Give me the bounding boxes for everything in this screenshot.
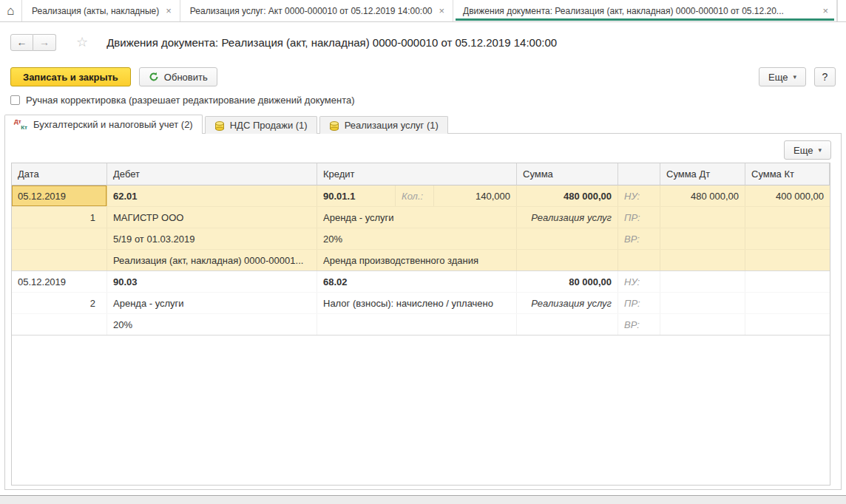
cell-tax-tag: ВР: (618, 228, 660, 249)
chevron-down-icon: ▾ (793, 73, 796, 81)
table-header-row: Дата Дебет Кредит Сумма Сумма Дт Сумма К… (12, 163, 830, 185)
cell-debit-analytics[interactable]: 20% (107, 314, 317, 335)
cell-sum-dt[interactable] (660, 250, 745, 270)
cell-sum-kt[interactable] (745, 314, 830, 335)
close-icon[interactable]: × (439, 5, 445, 16)
tab-overflow-button[interactable] (837, 0, 846, 21)
table-more-label: Еще (793, 145, 813, 156)
toolbar: Записать и закрыть Обновить Еще ▾ ? (10, 67, 836, 87)
refresh-button[interactable]: Обновить (139, 67, 217, 86)
window-tab-realization-doc[interactable]: Реализация услуг: Акт 0000-000010 от 05.… (180, 0, 453, 21)
more-button[interactable]: Еще ▾ (759, 67, 806, 86)
close-icon[interactable]: × (822, 5, 828, 16)
cell-debit-account[interactable]: 62.01 (107, 185, 317, 206)
window-bottom-edge (0, 495, 846, 504)
register-tabs: ДтКт Бухгалтерский и налоговый учет (2) … (4, 115, 450, 134)
cell-sum-kt[interactable]: 400 000,00 (745, 185, 830, 206)
cell-sum-note[interactable]: Реализация услуг (517, 293, 618, 313)
cell-tax-tag: ПР: (618, 293, 660, 313)
cell-sum[interactable] (517, 228, 618, 249)
tab-accounting-register[interactable]: ДтКт Бухгалтерский и налоговый учет (2) (4, 115, 203, 134)
back-button[interactable]: ← (10, 34, 33, 51)
page-title: Движения документа: Реализация (акт, нак… (106, 36, 557, 49)
column-header-debit: Дебет (107, 163, 317, 185)
table-row: 5/19 от 01.03.2019 20% ВР: (12, 228, 830, 250)
close-icon[interactable]: × (166, 5, 172, 16)
forward-arrow-icon: → (39, 37, 50, 47)
save-and-close-button[interactable]: Записать и закрыть (10, 67, 131, 86)
table-more-button[interactable]: Еще ▾ (784, 140, 831, 160)
window-tab-document-movements[interactable]: Движения документа: Реализация (акт, нак… (453, 0, 837, 21)
window-tab-label: Реализация услуг: Акт 0000-000010 от 05.… (190, 6, 433, 16)
cell-quantity-label: Кол.: (396, 185, 434, 206)
more-label: Еще (768, 72, 788, 83)
cell-tax-tag: НУ: (618, 185, 660, 206)
cell-sum-kt[interactable] (745, 228, 830, 249)
cell-row-number[interactable]: 2 (12, 293, 107, 313)
cell-row-number[interactable]: 1 (12, 207, 107, 228)
cell-credit-account[interactable]: 68.02 (317, 271, 517, 292)
cell-sum-kt[interactable] (745, 271, 830, 292)
column-header-sum-kt: Сумма Кт (745, 163, 830, 185)
cell-sum-dt[interactable] (660, 271, 745, 292)
cell-credit-analytics[interactable]: Аренда производственного здания (317, 250, 517, 270)
home-icon: ⌂ (7, 4, 14, 17)
cell-debit-analytics[interactable]: МАГИСТР ООО (107, 207, 317, 228)
register-database-icon (329, 120, 339, 131)
cell-date[interactable] (12, 228, 107, 249)
cell-sum[interactable] (517, 314, 618, 335)
tab-label: НДС Продажи (1) (230, 120, 308, 131)
cell-credit-analytics[interactable] (317, 314, 517, 335)
cell-sum-kt[interactable] (745, 250, 830, 270)
register-database-icon (214, 120, 225, 131)
cell-sum-dt[interactable] (660, 207, 745, 228)
window-tab-label: Движения документа: Реализация (акт, нак… (463, 6, 784, 16)
cell-sum-kt[interactable] (745, 207, 830, 228)
window-tab-label: Реализация (акты, накладные) (32, 6, 159, 16)
refresh-label: Обновить (164, 72, 208, 83)
cell-credit-analytics[interactable]: Аренда - услуги (317, 207, 517, 228)
cell-date[interactable] (12, 314, 107, 335)
help-button[interactable]: ? (814, 67, 836, 86)
cell-sum-dt[interactable]: 480 000,00 (660, 185, 745, 206)
cell-sum-dt[interactable] (660, 228, 745, 249)
column-header-credit: Кредит (317, 163, 517, 185)
cell-date[interactable]: 05.12.2019 (12, 185, 107, 206)
cell-debit-analytics[interactable]: 5/19 от 01.03.2019 (107, 228, 317, 249)
table-row: 05.12.2019 90.03 68.02 80 000,00 НУ: (12, 271, 830, 293)
tab-vat-sales-register[interactable]: НДС Продажи (1) (205, 116, 317, 134)
tab-services-register[interactable]: Реализация услуг (1) (319, 116, 448, 134)
forward-button[interactable]: → (33, 34, 56, 51)
cell-sum[interactable]: 480 000,00 (517, 185, 618, 206)
cell-date[interactable] (12, 250, 107, 270)
cell-sum-dt[interactable] (660, 293, 745, 313)
cell-credit-account[interactable]: 90.01.1 (317, 185, 396, 206)
cell-debit-analytics[interactable]: Аренда - услуги (107, 293, 317, 313)
cell-sum-kt[interactable] (745, 293, 830, 313)
cell-date[interactable]: 05.12.2019 (12, 271, 107, 292)
column-header-sum: Сумма (517, 163, 618, 185)
debit-credit-icon: ДтКт (14, 118, 28, 131)
home-button[interactable]: ⌂ (0, 0, 22, 21)
tab-label: Реализация услуг (1) (345, 120, 439, 131)
cell-tax-tag (618, 250, 660, 270)
cell-tax-tag: ВР: (618, 314, 660, 335)
favorite-star-icon[interactable]: ☆ (76, 35, 88, 49)
cell-sum-dt[interactable] (660, 314, 745, 335)
window-tab-realization-list[interactable]: Реализация (акты, накладные) × (22, 0, 180, 21)
cell-sum-note[interactable]: Реализация услуг (517, 207, 618, 228)
table-row: 2 Аренда - услуги Налог (взносы): начисл… (12, 293, 830, 314)
cell-credit-analytics[interactable]: 20% (317, 228, 517, 249)
table-row: 1 МАГИСТР ООО Аренда - услуги Реализация… (12, 207, 830, 228)
cell-tax-tag: НУ: (618, 271, 660, 292)
cell-credit-analytics[interactable]: Налог (взносы): начислено / уплачено (317, 293, 517, 313)
cell-sum[interactable]: 80 000,00 (517, 271, 618, 292)
history-buttons: ← → (10, 34, 56, 51)
cell-sum[interactable] (517, 250, 618, 270)
table-row: 20% ВР: (12, 314, 830, 336)
cell-debit-analytics[interactable]: Реализация (акт, накладная) 0000-00001..… (107, 250, 317, 270)
cell-debit-account[interactable]: 90.03 (107, 271, 317, 292)
manual-adjustment-checkbox[interactable] (10, 95, 20, 105)
cell-quantity[interactable]: 140,000 (434, 185, 517, 206)
register-panel: Еще ▾ Дата Дебет Кредит Сумма Сумма Дт С… (4, 133, 842, 490)
